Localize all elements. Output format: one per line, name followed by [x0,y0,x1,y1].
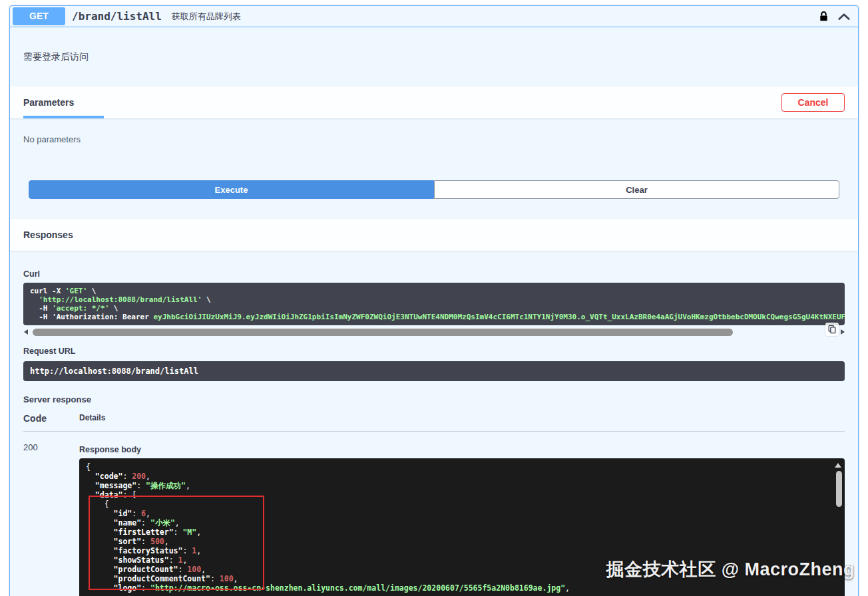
lock-icon[interactable] [819,11,828,22]
server-response-label: Server response [23,394,845,404]
scroll-left-arrow-icon[interactable] [24,329,28,335]
responses-header: Responses [10,219,858,251]
response-scrollbar-thumb[interactable] [836,471,842,507]
copy-to-clipboard-button[interactable] [825,323,839,336]
endpoint-description: 获取所有品牌列表 [172,11,241,23]
curl-command: curl -X 'GET' \ 'http://localhost:8088/b… [23,283,845,325]
tab-parameters[interactable]: Parameters [23,86,104,118]
code-column-header: Code [23,413,79,424]
auth-note: 需要登录后访问 [10,27,858,86]
execute-row: Execute Clear [29,180,839,199]
response-body-json: { "code": 200, "message": "操作成功", "data"… [79,458,845,596]
swagger-endpoint-page: GET /brand/listAll 获取所有品牌列表 需要登录后访问 [0,0,868,596]
request-url-label: Request URL [23,347,845,356]
opblock-get: GET /brand/listAll 获取所有品牌列表 需要登录后访问 [9,5,859,596]
responses-title: Responses [23,229,73,240]
request-url-value: http://localhost:8088/brand/listAll [23,361,845,381]
clipboard-icon [827,325,837,334]
responses-body: Curl curl -X 'GET' \ 'http://localhost:8… [10,251,858,596]
response-row: 200 Response body { "code": 200, "messag… [23,432,845,596]
status-code: 200 [23,441,79,596]
execute-button[interactable]: Execute [29,180,434,199]
endpoint-summary[interactable]: GET /brand/listAll 获取所有品牌列表 [10,6,858,27]
horizontal-scrollbar-thumb[interactable] [33,329,733,336]
scroll-right-arrow-icon[interactable] [841,329,845,335]
curl-label: Curl [23,269,845,279]
cancel-button[interactable]: Cancel [781,93,845,112]
scroll-up-arrow-icon[interactable] [835,463,841,468]
curl-horizontal-scrollbar[interactable] [23,329,845,336]
details-column-header: Details [79,413,105,424]
table-header-row: Code Details [23,413,845,432]
curl-wrapper: curl -X 'GET' \ 'http://localhost:8088/b… [23,283,845,336]
chevron-up-icon[interactable] [838,13,850,21]
response-body-label: Response body [79,445,845,454]
method-badge: GET [13,7,65,25]
server-response-table: Code Details 200 Response body { "code":… [23,413,845,596]
parameters-header: Parameters Cancel [10,86,858,118]
clear-button[interactable]: Clear [434,180,839,199]
tab-parameters-label: Parameters [23,97,74,108]
endpoint-path: /brand/listAll [72,10,162,23]
no-parameters-text: No parameters [10,118,858,168]
response-body-wrapper: { "code": 200, "message": "操作成功", "data"… [79,458,845,596]
